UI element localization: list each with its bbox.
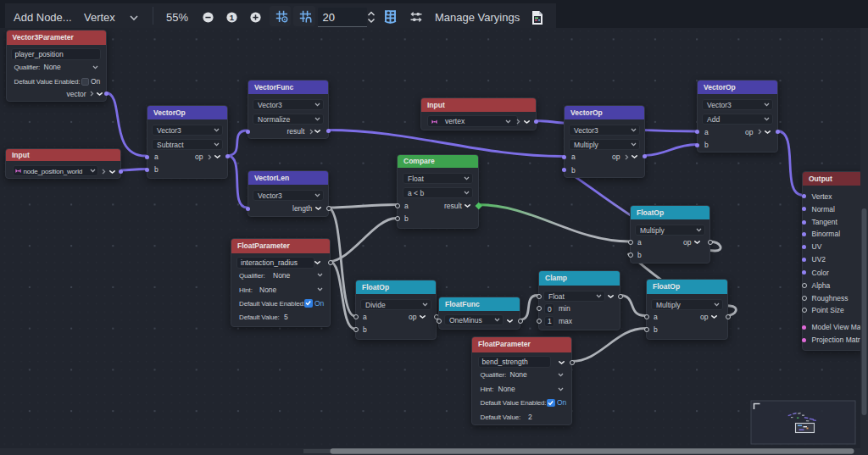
svg-text:1: 1 bbox=[230, 13, 235, 22]
